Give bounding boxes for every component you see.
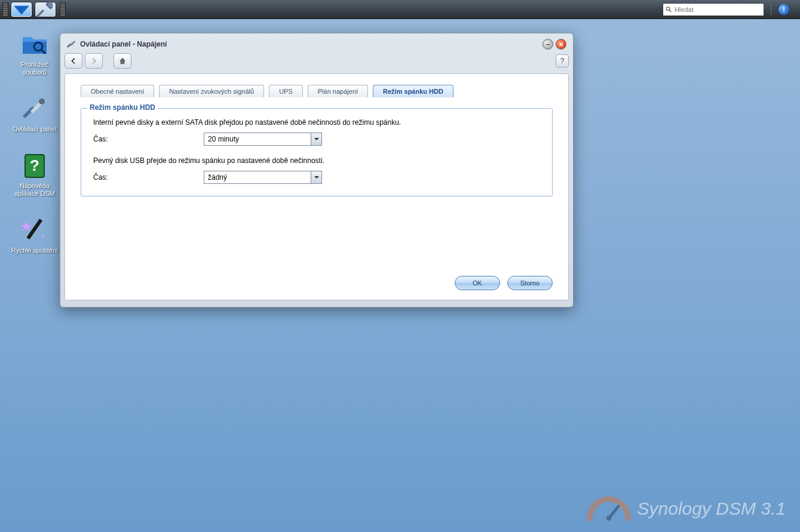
desktop-label: Rychlé spuštění (11, 247, 58, 254)
taskbar: ! (0, 0, 800, 19)
hdd-hibernation-fieldset: Režim spánku HDD Interní pevné disky a e… (81, 108, 553, 196)
taskbar-handle-right[interactable] (60, 2, 66, 17)
taskbar-show-desktop-button[interactable] (11, 2, 32, 17)
usb-time-row: Čas: žádný (93, 171, 540, 184)
wrench-screwdriver-icon (35, 0, 56, 20)
watermark-text: Synology DSM 3.1 (637, 499, 786, 519)
window-content: Obecné nastavení Nastavení zvukových sig… (65, 73, 569, 300)
gauge-icon (585, 494, 633, 524)
search-icon (666, 6, 672, 13)
forward-button[interactable] (85, 53, 103, 69)
wrench-screwdriver-icon (20, 94, 49, 123)
svg-point-1 (48, 2, 53, 7)
chevron-down-icon (11, 0, 32, 20)
select-value: 20 minuty (204, 135, 311, 143)
close-button[interactable] (556, 39, 566, 50)
back-button[interactable] (65, 53, 82, 69)
home-icon (118, 57, 127, 65)
tab-ups[interactable]: UPS (269, 85, 303, 97)
internal-time-select[interactable]: 20 minuty (204, 133, 322, 146)
select-value: žádný (204, 173, 311, 182)
desktop-icons: Prohlížeč souborů Ovládací panel ? Nápov… (11, 30, 59, 254)
fieldset-legend: Režim spánku HDD (87, 103, 158, 112)
info-button[interactable]: ! (778, 4, 789, 15)
watermark: Synology DSM 3.1 (585, 494, 786, 524)
wand-icon (20, 216, 49, 244)
chevron-down-icon (311, 133, 321, 145)
tab-power-schedule[interactable]: Plán napájení (308, 85, 368, 97)
svg-marker-12 (21, 222, 32, 231)
taskbar-tools-button[interactable] (35, 2, 56, 17)
arrow-left-icon (69, 57, 78, 65)
usb-time-select[interactable]: žádný (204, 171, 322, 184)
help-book-icon: ? (20, 151, 49, 180)
arrow-right-icon (90, 57, 98, 65)
svg-point-2 (666, 7, 669, 10)
tab-hdd-hibernation[interactable]: Režim spánku HDD (373, 85, 453, 97)
home-button[interactable] (114, 53, 131, 69)
help-button[interactable]: ? (556, 54, 569, 67)
window-toolbar: ? (65, 52, 569, 70)
tabs: Obecné nastavení Nastavení zvukových sig… (81, 85, 553, 97)
window-title: Ovládací panel - Napájení (80, 40, 167, 48)
svg-text:?: ? (30, 156, 39, 174)
internal-time-row: Čas: 20 minuty (93, 133, 540, 146)
folder-search-icon (20, 30, 49, 59)
ok-button[interactable]: OK (455, 276, 500, 290)
usb-disk-description: Pevný disk USB přejde do režimu spánku p… (93, 156, 540, 165)
desktop-icon-control-panel[interactable]: Ovládací panel (11, 94, 59, 133)
svg-point-7 (39, 99, 45, 104)
taskbar-handle-left[interactable] (2, 2, 8, 17)
desktop-icon-help[interactable]: ? Nápověda aplikace DSM (11, 151, 59, 198)
tab-general[interactable]: Obecné nastavení (81, 85, 154, 97)
time-label: Čas: (93, 173, 204, 182)
svg-line-15 (609, 506, 618, 518)
search-input[interactable] (675, 6, 761, 13)
chevron-down-icon (311, 171, 321, 183)
minimize-button[interactable] (542, 39, 553, 50)
control-panel-icon (67, 39, 76, 49)
svg-marker-0 (14, 5, 29, 14)
cancel-button[interactable]: Storno (507, 276, 553, 290)
taskbar-separator (771, 4, 771, 16)
desktop-label: Ovládací panel (13, 125, 56, 133)
desktop-label: Prohlížeč souborů (11, 61, 59, 76)
desktop-label: Nápověda aplikace DSM (11, 182, 59, 198)
desktop-icon-file-browser[interactable]: Prohlížeč souborů (11, 30, 59, 76)
window-titlebar[interactable]: Ovládací panel - Napájení (65, 38, 569, 51)
dialog-buttons: OK Storno (455, 276, 553, 290)
svg-point-13 (42, 235, 44, 237)
svg-line-3 (669, 10, 671, 11)
svg-point-16 (606, 516, 611, 521)
time-label: Čas: (93, 135, 204, 143)
desktop-icon-quick-start[interactable]: Rychlé spuštění (11, 216, 59, 254)
control-panel-window: Ovládací panel - Napájení ? Obecné nasta… (60, 33, 574, 307)
tab-beep[interactable]: Nastavení zvukových signálů (159, 85, 264, 97)
search-box[interactable] (663, 3, 764, 16)
internal-disk-description: Interní pevné disky a externí SATA disk … (93, 118, 540, 127)
